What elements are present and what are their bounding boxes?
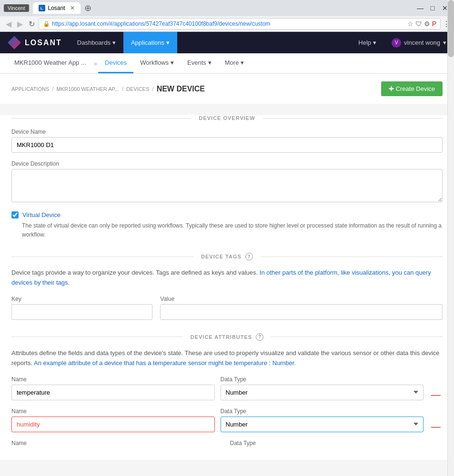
app-name-nav[interactable]: MKR1000 Weather App ... [8, 53, 93, 73]
user-avatar: V [392, 38, 401, 48]
dashboards-nav[interactable]: Dashboards ▾ [70, 32, 123, 53]
tags-value-label: Value [160, 296, 443, 302]
attr-3-name-label: Name [11, 440, 224, 446]
subnav-workflows[interactable]: Workflows ▾ [133, 53, 181, 73]
bookmark-icon[interactable]: ☆ [407, 20, 414, 28]
user-dropdown-icon: ▾ [443, 39, 446, 46]
attr-2-name-label: Name [11, 408, 215, 415]
url-input[interactable] [52, 20, 405, 27]
breadcrumb-current: NEW DEVICE [157, 85, 205, 93]
attr-1-type-col: Data Type Boolean Number String GPS [221, 376, 424, 400]
attribute-row-2: Name Data Type Boolean Number String GPS… [11, 408, 443, 432]
lock-icon: 🔒 [43, 20, 50, 27]
help-nav[interactable]: Help ▾ [351, 39, 384, 46]
applications-dropdown-icon: ▾ [166, 39, 170, 46]
device-description-label: Device Description [11, 160, 443, 167]
address-bar: 🔒 ☆ 🛡 ⚙ P [39, 18, 441, 30]
tab-title: Losant [48, 5, 65, 11]
device-description-input[interactable] [11, 169, 443, 202]
attr-2-type-col: Data Type Boolean Number String GPS [221, 408, 424, 432]
attr-2-remove-button[interactable]: — [429, 422, 443, 431]
device-tags-description: Device tags provide a way to organize yo… [11, 268, 443, 288]
attr-2-type-label: Data Type [221, 408, 424, 415]
attr-1-name-col: Name [11, 376, 215, 400]
breadcrumb-sep-3: / [152, 86, 153, 92]
device-overview-divider: DEVICE OVERVIEW [11, 115, 443, 121]
create-device-button[interactable]: ✚ Create Device [381, 81, 443, 96]
breadcrumb-area: APPLICATIONS / MKR1000 WEATHER AP... / D… [0, 74, 454, 104]
attr-3-name-col: Name [11, 440, 224, 448]
scrollbar[interactable] [447, 0, 454, 460]
shield-icon: 🛡 [415, 20, 422, 28]
workflows-dropdown-icon: ▾ [171, 59, 174, 66]
attr-2-name-col: Name [11, 408, 215, 432]
attribute-row-3-partial: Name Data Type [11, 440, 443, 448]
attr-1-type-label: Data Type [221, 376, 424, 383]
events-dropdown-icon: ▾ [208, 59, 212, 66]
device-tags-title: DEVICE TAGS ? [193, 253, 261, 260]
applications-nav[interactable]: Applications ▾ [123, 32, 177, 53]
tags-key-input[interactable] [11, 304, 152, 320]
user-nav[interactable]: V vincent wong ▾ [384, 38, 454, 48]
browser-tab[interactable]: L Losant ✕ [33, 2, 81, 14]
tags-row: Key Value [11, 296, 443, 320]
breadcrumb-sep-2: / [122, 86, 123, 92]
pinterest-icon[interactable]: P [432, 20, 436, 28]
device-attributes-title: DEVICE ATTRIBUTES ? [183, 333, 272, 341]
back-button[interactable]: ◀ [4, 19, 13, 30]
device-attributes-help-icon[interactable]: ? [256, 333, 263, 341]
extension-icon[interactable]: ⚙ [424, 20, 430, 28]
tags-key-col: Key [11, 296, 152, 320]
breadcrumb-devices[interactable]: DEVICES [126, 86, 149, 92]
device-attributes-description: Attributes define the fields and data ty… [11, 348, 443, 368]
scrollbar-thumb[interactable] [448, 0, 454, 57]
attr-1-name-input[interactable] [11, 385, 215, 400]
device-name-input[interactable] [11, 137, 443, 153]
attr-1-type-select[interactable]: Boolean Number String GPS [221, 385, 424, 400]
device-overview-title: DEVICE OVERVIEW [191, 115, 262, 121]
sub-nav: MKR1000 Weather App ... » Devices Workfl… [0, 53, 454, 74]
attr-2-name-input[interactable] [11, 416, 215, 432]
logo-area: LOSANT [0, 36, 70, 50]
virtual-device-checkbox[interactable] [11, 211, 19, 218]
attr-1-remove-button[interactable]: — [429, 390, 443, 399]
device-tags-help-icon[interactable]: ? [245, 253, 253, 260]
attr-1-name-label: Name [11, 376, 215, 383]
breadcrumb: APPLICATIONS / MKR1000 WEATHER AP... / D… [11, 85, 205, 93]
virtual-device-label: Virtual Device [22, 211, 61, 218]
device-name-group: Device Name [11, 129, 443, 153]
attribute-row-1: Name Data Type Boolean Number String GPS… [11, 376, 443, 400]
device-tags-divider: DEVICE TAGS ? [11, 253, 443, 260]
device-attributes-divider: DEVICE ATTRIBUTES ? [11, 333, 443, 341]
attr-2-type-select[interactable]: Boolean Number String GPS [221, 416, 424, 432]
more-dropdown-icon: ▾ [241, 59, 244, 66]
tags-key-label: Key [11, 296, 152, 302]
restore-button[interactable]: □ [427, 3, 438, 13]
help-dropdown-icon: ▾ [373, 39, 376, 46]
subnav-devices[interactable]: Devices [98, 53, 133, 73]
breadcrumb-applications[interactable]: APPLICATIONS [11, 86, 49, 92]
subnav-separator: » [93, 60, 98, 67]
breadcrumb-sep-1: / [52, 86, 53, 92]
minimize-button[interactable]: — [415, 3, 425, 13]
attr-3-type-col: Data Type [230, 440, 443, 448]
forward-button[interactable]: ▶ [15, 19, 25, 30]
virtual-device-info: The state of virtual device can only be … [11, 221, 443, 239]
tags-value-col: Value [160, 296, 443, 320]
tab-favicon: L [39, 5, 45, 11]
subnav-more[interactable]: More ▾ [218, 53, 251, 73]
dashboards-dropdown-icon: ▾ [112, 39, 116, 46]
logo-text: LOSANT [25, 39, 62, 47]
user-badge: Vincent [4, 4, 29, 12]
device-name-label: Device Name [11, 129, 443, 135]
virtual-device-group: Virtual Device [11, 211, 443, 218]
logo-icon [8, 36, 21, 50]
subnav-events[interactable]: Events ▾ [181, 53, 218, 73]
breadcrumb-app-name[interactable]: MKR1000 WEATHER AP... [57, 86, 119, 92]
device-description-group: Device Description [11, 160, 443, 204]
tags-value-input[interactable] [160, 304, 443, 320]
new-tab-button[interactable]: ⊕ [81, 2, 95, 14]
tab-close-button[interactable]: ✕ [70, 5, 75, 11]
refresh-button[interactable]: ↻ [27, 19, 37, 30]
attr-3-type-label: Data Type [230, 440, 443, 446]
